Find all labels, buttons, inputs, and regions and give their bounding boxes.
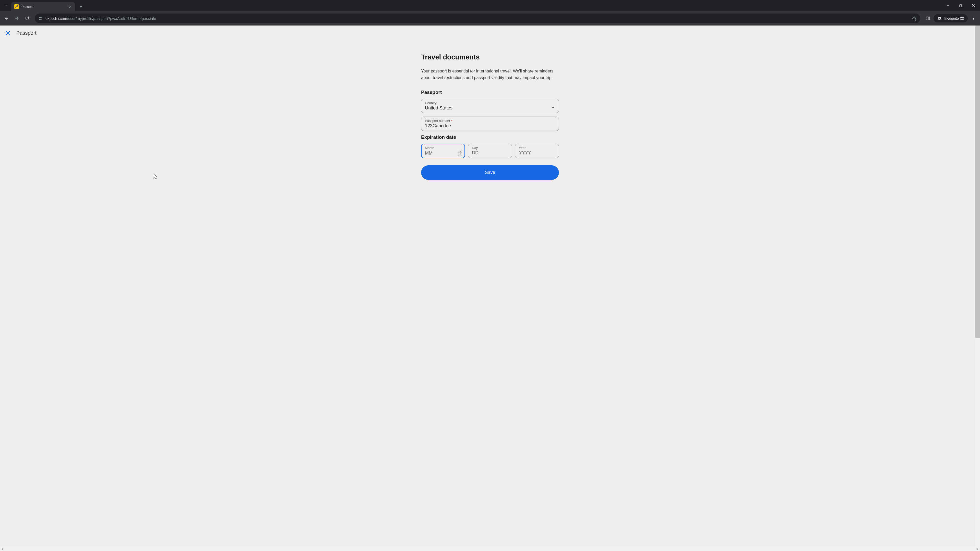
tab-close-button[interactable]	[68, 4, 73, 9]
arrow-right-icon	[14, 16, 19, 21]
month-spinner: ▲ ▼	[458, 150, 462, 156]
day-field[interactable]: Day	[468, 144, 512, 158]
expiration-section-label: Expiration date	[421, 135, 559, 140]
side-panel-button[interactable]	[923, 14, 932, 23]
passport-number-label: Passport number *	[425, 119, 555, 123]
arrow-left-icon	[4, 16, 9, 21]
star-icon	[912, 16, 917, 21]
maximize-icon	[959, 4, 963, 7]
close-icon	[5, 30, 11, 36]
country-value: United States	[425, 105, 551, 111]
day-input[interactable]	[472, 150, 509, 156]
site-info-button[interactable]	[38, 16, 43, 21]
svg-point-8	[973, 18, 974, 19]
page-header-title: Passport	[16, 30, 37, 36]
tab-search-dropdown[interactable]	[0, 0, 11, 11]
month-field[interactable]: Month ▲ ▼	[421, 144, 465, 158]
chevron-down-icon	[4, 4, 7, 7]
passport-number-field[interactable]: Passport number *	[421, 117, 559, 131]
scroll-left-arrow[interactable]: ◀	[0, 546, 5, 551]
titlebar: Passport +	[0, 0, 980, 11]
country-select[interactable]: Country United States	[421, 99, 559, 113]
svg-point-9	[973, 19, 974, 20]
window-controls	[942, 0, 980, 11]
form-content: Travel documents Your passport is essent…	[421, 53, 559, 180]
svg-point-6	[940, 19, 941, 20]
incognito-label: Incognito (2)	[944, 16, 964, 21]
save-button[interactable]: Save	[421, 165, 559, 180]
month-step-up[interactable]: ▲	[458, 150, 462, 153]
mouse-cursor	[154, 174, 158, 179]
month-input[interactable]	[425, 150, 457, 156]
svg-point-7	[973, 17, 974, 17]
incognito-icon	[937, 16, 942, 21]
reload-button[interactable]	[22, 14, 32, 23]
minimize-button[interactable]	[942, 0, 955, 11]
tab-title: Passport	[21, 5, 65, 9]
kebab-icon	[971, 16, 976, 21]
back-button[interactable]	[2, 14, 11, 23]
month-label: Month	[425, 146, 462, 150]
incognito-indicator[interactable]: Incognito (2)	[934, 14, 968, 22]
page-title: Travel documents	[421, 53, 559, 61]
year-label: Year	[519, 146, 556, 150]
browser-tab[interactable]: Passport	[11, 2, 75, 11]
browser-menu-button[interactable]	[969, 14, 978, 23]
maximize-button[interactable]	[955, 0, 967, 11]
country-label: Country	[425, 101, 555, 105]
close-window-button[interactable]	[967, 0, 980, 11]
bookmark-button[interactable]	[912, 16, 917, 21]
address-bar[interactable]: expedia.com/user/myprofile/passport?pwaA…	[35, 14, 920, 23]
svg-point-2	[41, 17, 42, 18]
scrollbar-thumb[interactable]	[975, 25, 980, 338]
svg-point-3	[40, 19, 40, 20]
close-page-button[interactable]	[5, 30, 11, 36]
vertical-scrollbar[interactable]	[975, 25, 980, 546]
page-viewport: Passport Travel documents Your passport …	[0, 25, 980, 551]
passport-section-label: Passport	[421, 89, 559, 95]
close-icon	[972, 4, 975, 7]
scroll-right-arrow[interactable]: ▶	[975, 546, 980, 551]
tune-icon	[38, 16, 43, 21]
expedia-favicon	[14, 4, 19, 9]
year-input[interactable]	[519, 150, 556, 156]
svg-rect-4	[926, 17, 930, 20]
svg-point-5	[938, 19, 939, 20]
month-step-down[interactable]: ▼	[458, 153, 462, 156]
year-field[interactable]: Year	[515, 144, 559, 158]
page-subtext: Your passport is essential for internati…	[421, 68, 559, 81]
page-header: Passport	[0, 25, 980, 41]
chevron-down-icon	[551, 105, 555, 110]
horizontal-scrollbar[interactable]: ◀ ▶	[0, 546, 980, 551]
forward-button[interactable]	[12, 14, 21, 23]
browser-toolbar: expedia.com/user/myprofile/passport?pwaA…	[0, 11, 980, 25]
url-text: expedia.com/user/myprofile/passport?pwaA…	[45, 16, 909, 21]
passport-number-input[interactable]	[425, 123, 555, 129]
reload-icon	[25, 16, 29, 21]
side-panel-icon	[926, 16, 930, 21]
close-icon	[69, 5, 72, 8]
day-label: Day	[472, 146, 509, 150]
minimize-icon	[947, 4, 950, 7]
new-tab-button[interactable]: +	[77, 3, 85, 11]
svg-rect-1	[959, 5, 962, 7]
